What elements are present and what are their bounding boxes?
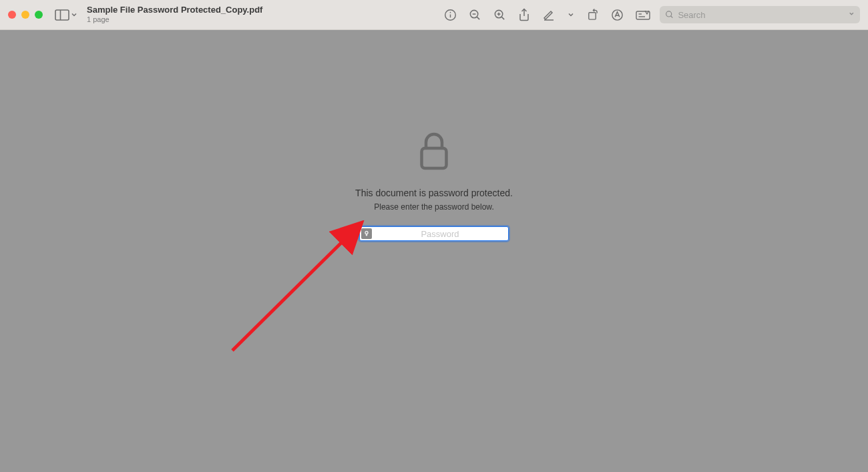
document-title: Sample File Password Protected_Copy.pdf [87, 5, 262, 15]
protected-message: This document is password protected. [355, 188, 513, 198]
svg-point-4 [450, 11, 451, 13]
svg-line-19 [671, 16, 673, 18]
info-button[interactable] [444, 9, 457, 21]
zoom-in-button[interactable] [493, 9, 506, 21]
search-input[interactable] [678, 10, 859, 20]
page-count-label: 1 page [87, 15, 262, 24]
chevron-down-icon [568, 11, 574, 18]
markup-button[interactable] [611, 9, 624, 21]
annotation-arrow [227, 220, 374, 354]
svg-point-18 [666, 11, 672, 17]
svg-rect-0 [55, 10, 69, 20]
svg-rect-20 [422, 148, 447, 168]
share-button[interactable] [518, 8, 530, 22]
markup-icon [611, 9, 624, 21]
rotate-icon [586, 9, 599, 21]
lock-icon [419, 132, 449, 170]
title-block: Sample File Password Protected_Copy.pdf … [87, 5, 262, 24]
info-icon [444, 9, 457, 21]
sidebar-icon [55, 9, 69, 21]
highlight-icon [542, 8, 556, 21]
sidebar-toggle-button[interactable] [55, 9, 77, 21]
keychain-icon[interactable] [361, 228, 372, 239]
window-minimize-button[interactable] [21, 11, 29, 19]
search-icon [665, 10, 674, 19]
search-field[interactable] [660, 6, 860, 23]
toolbar-right-group [444, 8, 650, 22]
chevron-down-icon [71, 11, 77, 18]
form-button[interactable] [636, 9, 650, 21]
highlight-options-button[interactable] [568, 11, 574, 18]
password-input[interactable] [372, 227, 508, 240]
highlight-button[interactable] [542, 8, 556, 21]
svg-line-9 [501, 17, 504, 19]
share-icon [518, 8, 530, 22]
instruction-message: Please enter the password below. [374, 202, 493, 212]
window-close-button[interactable] [8, 11, 16, 19]
zoom-out-icon [469, 9, 481, 21]
window-maximize-button[interactable] [35, 11, 43, 19]
form-icon [636, 9, 650, 21]
password-field-wrap[interactable] [359, 226, 509, 241]
svg-point-21 [365, 232, 368, 234]
zoom-out-button[interactable] [469, 9, 481, 21]
password-prompt: This document is password protected. Ple… [355, 132, 513, 241]
svg-rect-13 [589, 12, 596, 19]
svg-line-22 [232, 227, 357, 350]
window-controls [8, 11, 43, 19]
rotate-button[interactable] [586, 9, 599, 21]
zoom-in-icon [493, 9, 506, 21]
toolbar: Sample File Password Protected_Copy.pdf … [0, 0, 868, 30]
svg-line-6 [477, 17, 479, 19]
document-viewport: This document is password protected. Ple… [0, 30, 868, 472]
chevron-down-icon [849, 11, 855, 17]
